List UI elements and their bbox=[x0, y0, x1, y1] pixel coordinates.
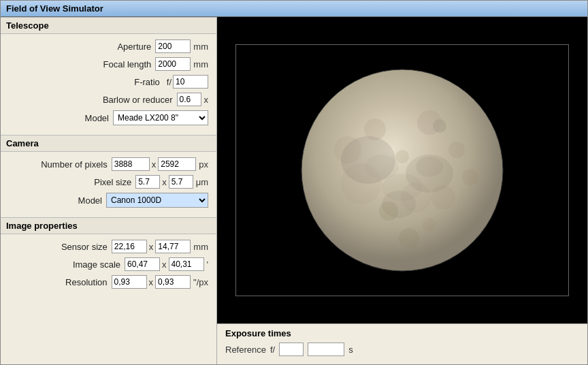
telescope-model-label: Model bbox=[85, 113, 109, 123]
pixels-label: Number of pixels bbox=[41, 159, 108, 170]
main-window: Field of View Simulator Telescope Apertu… bbox=[0, 0, 588, 365]
exposure-seconds-input[interactable] bbox=[308, 343, 344, 356]
title-bar: Field of View Simulator bbox=[1, 1, 587, 17]
barlow-input[interactable] bbox=[177, 93, 201, 106]
barlow-row: Barlow or reducer x bbox=[3, 93, 214, 106]
pixel-size-x-input[interactable] bbox=[135, 175, 160, 189]
pixels-row: Number of pixels x px bbox=[3, 157, 214, 171]
focal-length-unit: mm bbox=[193, 59, 208, 69]
fratio-prefix: f/ bbox=[167, 77, 172, 87]
image-area bbox=[217, 17, 587, 323]
resolution-x-sep: x bbox=[149, 277, 154, 287]
resolution-y-input[interactable] bbox=[155, 275, 191, 289]
focal-length-row: Focal length mm bbox=[3, 57, 214, 71]
pixel-size-x-sep: x bbox=[162, 177, 167, 187]
reference-label: Reference bbox=[225, 345, 266, 355]
aperture-input[interactable] bbox=[155, 39, 191, 53]
pixels-x-sep: x bbox=[152, 159, 157, 170]
svg-point-13 bbox=[399, 228, 419, 249]
svg-point-20 bbox=[382, 191, 416, 218]
svg-point-14 bbox=[423, 218, 436, 232]
image-props-section-header: Image properties bbox=[1, 217, 216, 234]
image-props-section-label: Image properties bbox=[6, 221, 78, 231]
image-scale-label: Image scale bbox=[73, 259, 120, 270]
image-props-section-content: Sensor size x mm Image scale x ' Resolut… bbox=[1, 234, 216, 298]
resolution-unit: "/px bbox=[193, 277, 208, 287]
camera-model-label: Model bbox=[78, 195, 102, 206]
camera-model-select[interactable]: Canon 1000D bbox=[106, 193, 208, 208]
barlow-unit: x bbox=[204, 95, 209, 105]
aperture-unit: mm bbox=[193, 42, 208, 52]
left-panel: Telescope Aperture mm Focal length mm F-… bbox=[1, 17, 217, 364]
pixels-unit: px bbox=[199, 159, 208, 170]
camera-section-label: Camera bbox=[6, 138, 39, 148]
image-scale-x-sep: x bbox=[162, 259, 167, 270]
aperture-label: Aperture bbox=[117, 42, 151, 52]
window-title: Field of View Simulator bbox=[6, 3, 103, 14]
barlow-label: Barlow or reducer bbox=[103, 95, 173, 105]
sensor-size-x-sep: x bbox=[149, 242, 154, 252]
pixel-size-row: Pixel size x μm bbox=[3, 175, 214, 189]
svg-point-19 bbox=[406, 155, 453, 193]
pixel-size-y-input[interactable] bbox=[169, 175, 193, 189]
right-panel: Exposure times Reference f/ s bbox=[217, 17, 587, 364]
telescope-section-content: Aperture mm Focal length mm F-ratio f/ B… bbox=[1, 34, 216, 135]
seconds-unit-label: s bbox=[348, 345, 353, 355]
pixels-x-input[interactable] bbox=[112, 157, 150, 171]
sensor-size-row: Sensor size x mm bbox=[3, 240, 214, 253]
svg-point-11 bbox=[462, 169, 478, 185]
moon-image bbox=[293, 61, 511, 279]
camera-section-content: Number of pixels x px Pixel size x μm Mo… bbox=[1, 152, 216, 217]
fratio-label: F-ratio bbox=[134, 77, 160, 87]
fratio-row: F-ratio f/ bbox=[3, 75, 214, 89]
image-scale-x-input[interactable] bbox=[125, 257, 160, 271]
focal-length-label: Focal length bbox=[103, 59, 152, 69]
resolution-row: Resolution x "/px bbox=[3, 275, 214, 289]
sensor-size-y-input[interactable] bbox=[155, 240, 191, 253]
aperture-row: Aperture mm bbox=[3, 39, 214, 53]
focal-length-input[interactable] bbox=[155, 57, 191, 71]
exposure-row: Reference f/ s bbox=[225, 343, 579, 356]
image-scale-row: Image scale x ' bbox=[3, 257, 214, 271]
telescope-model-select[interactable]: Meade LX200 8" bbox=[113, 110, 208, 125]
telescope-model-row: Model Meade LX200 8" bbox=[3, 110, 214, 125]
exposure-title: Exposure times bbox=[225, 328, 579, 338]
sensor-size-x-input[interactable] bbox=[112, 240, 147, 253]
telescope-section-label: Telescope bbox=[6, 20, 49, 31]
fratio-input[interactable] bbox=[173, 75, 208, 89]
pixel-size-unit: μm bbox=[196, 177, 208, 187]
sensor-size-label: Sensor size bbox=[61, 242, 108, 252]
exposure-section: Exposure times Reference f/ s bbox=[217, 323, 587, 364]
main-content: Telescope Aperture mm Focal length mm F-… bbox=[1, 17, 587, 364]
pixel-size-label: Pixel size bbox=[94, 177, 131, 187]
resolution-x-input[interactable] bbox=[112, 275, 147, 289]
fratio-prefix-label: f/ bbox=[270, 345, 275, 355]
pixels-y-input[interactable] bbox=[158, 157, 196, 171]
image-scale-unit: ' bbox=[207, 259, 208, 270]
sensor-size-unit: mm bbox=[193, 242, 208, 252]
svg-point-18 bbox=[341, 136, 395, 184]
camera-model-row: Model Canon 1000D bbox=[3, 193, 214, 208]
resolution-label: Resolution bbox=[65, 277, 107, 287]
camera-section-header: Camera bbox=[1, 135, 216, 152]
moon-frame bbox=[235, 44, 569, 296]
svg-point-3 bbox=[433, 119, 446, 133]
exposure-fratio-input[interactable] bbox=[279, 343, 304, 356]
image-scale-y-input[interactable] bbox=[169, 257, 204, 271]
svg-point-4 bbox=[448, 142, 465, 158]
svg-point-9 bbox=[395, 150, 409, 163]
telescope-section-header: Telescope bbox=[1, 17, 216, 34]
